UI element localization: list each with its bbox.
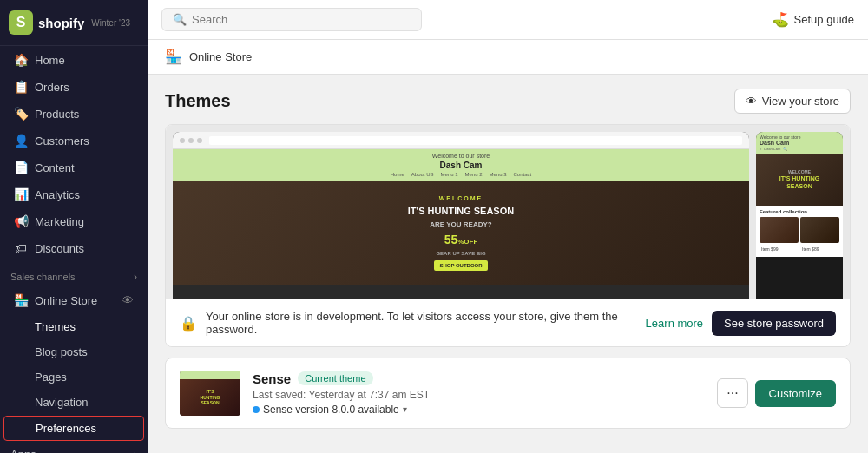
sales-channels-label: Sales channels <box>10 272 76 282</box>
theme-thumbnail: IT'SHUNTINGSEASON <box>180 371 240 416</box>
desktop-site-header: Welcome to our store Dash Cam HomeAbout … <box>173 149 749 181</box>
sidebar-subitem-pages[interactable]: Pages <box>3 365 144 389</box>
theme-more-button[interactable]: ··· <box>717 378 747 408</box>
sidebar-item-discounts[interactable]: 🏷 Discounts <box>3 235 144 261</box>
themes-title: Themes <box>165 91 231 111</box>
theme-name-row: Sense Current theme <box>253 371 705 386</box>
mobile-product-label-2: Item $89 <box>800 245 839 253</box>
sidebar-item-home[interactable]: 🏠 Home <box>3 47 144 73</box>
version-chevron-icon[interactable]: ▾ <box>403 404 407 414</box>
sidebar-item-home-label: Home <box>35 54 65 67</box>
version-dot-icon <box>253 406 260 413</box>
search-bar[interactable]: 🔍 <box>161 8 422 31</box>
sidebar-item-content-label: Content <box>35 161 75 174</box>
sidebar: S shopify Winter '23 🏠 Home 📋 Orders 🏷️ … <box>0 0 148 453</box>
mobile-product-2 <box>800 217 839 243</box>
mobile-site-header: Welcome to our store Dash Cam ≡Dash Cam🔍 <box>756 132 843 154</box>
setup-guide-button[interactable]: ⛳ Setup guide <box>772 11 854 28</box>
eye-store-icon: 👁 <box>746 95 757 108</box>
page-header-bar: 🏪 Online Store <box>148 40 868 75</box>
sidebar-header: S shopify Winter '23 <box>0 0 148 46</box>
current-theme-section: IT'SHUNTINGSEASON Sense Current theme La… <box>148 347 868 439</box>
apps-section[interactable]: Apps › <box>0 442 148 453</box>
customize-button[interactable]: Customize <box>755 380 836 407</box>
hero-text: WELCOME IT'S HUNTING SEASON Are you read… <box>408 194 514 272</box>
mobile-product-label-1: Item $99 <box>760 245 799 253</box>
desktop-preview: Welcome to our store Dash Cam HomeAbout … <box>173 132 749 299</box>
sidebar-subitem-themes[interactable]: Themes <box>3 315 144 338</box>
content-icon: 📄 <box>14 161 28 174</box>
sales-channels-section: Sales channels › <box>0 262 148 286</box>
sidebar-item-content[interactable]: 📄 Content <box>3 154 144 181</box>
browser-url-bar <box>209 136 742 145</box>
main-nav: 🏠 Home 📋 Orders 🏷️ Products 👤 Customers … <box>0 46 148 262</box>
home-icon: 🏠 <box>14 53 28 67</box>
lock-icon: 🔒 <box>180 315 197 332</box>
shopify-logo: S shopify Winter '23 <box>9 10 130 35</box>
search-icon: 🔍 <box>173 13 187 26</box>
eye-icon[interactable]: 👁 <box>122 293 134 307</box>
apps-label: Apps <box>10 448 36 453</box>
mobile-hero-section: WELCOME IT'S HUNTING SEASON <box>756 154 843 206</box>
breadcrumb-text: Online Store <box>189 50 252 63</box>
orders-icon: 📋 <box>14 80 28 94</box>
browser-dot-1 <box>180 138 185 143</box>
mobile-featured-section: Featured collection Item $99 Item $89 <box>756 206 843 257</box>
see-store-password-button[interactable]: See store password <box>712 311 836 336</box>
view-store-button[interactable]: 👁 View your store <box>734 89 851 114</box>
sidebar-subitem-blog-posts[interactable]: Blog posts <box>3 340 144 364</box>
shopify-version-badge: Winter '23 <box>91 18 130 28</box>
sidebar-item-analytics[interactable]: 📊 Analytics <box>3 181 144 207</box>
sidebar-item-orders-label: Orders <box>35 81 69 94</box>
flag-icon: ⛳ <box>772 11 789 28</box>
main-content: 🔍 ⛳ Setup guide 🏪 Online Store Themes 👁 … <box>148 0 868 453</box>
sidebar-item-orders[interactable]: 📋 Orders <box>3 74 144 100</box>
sidebar-item-customers[interactable]: 👤 Customers <box>3 128 144 154</box>
theme-info: Sense Current theme Last saved: Yesterda… <box>253 371 705 416</box>
browser-dot-2 <box>188 138 194 143</box>
mobile-featured-title: Featured collection <box>760 209 839 214</box>
discounts-icon: 🏷 <box>14 241 28 255</box>
sidebar-subitem-preferences[interactable]: Preferences <box>3 416 144 441</box>
theme-name: Sense <box>253 371 291 386</box>
sidebar-item-analytics-label: Analytics <box>35 188 80 201</box>
theme-version-row: Sense version 8.0.0 available ▾ <box>253 404 705 416</box>
view-store-label: View your store <box>762 95 839 108</box>
sidebar-item-products[interactable]: 🏷️ Products <box>3 101 144 127</box>
sidebar-item-customers-label: Customers <box>35 135 89 148</box>
mobile-preview: Welcome to our store Dash Cam ≡Dash Cam🔍… <box>756 132 843 299</box>
customers-icon: 👤 <box>14 134 28 148</box>
products-icon: 🏷️ <box>14 107 28 121</box>
online-store-icon: 🏪 <box>14 293 28 307</box>
sidebar-item-online-store[interactable]: 🏪 Online Store 👁 <box>3 287 144 313</box>
browser-bar <box>173 132 749 149</box>
setup-guide-label: Setup guide <box>794 13 854 26</box>
store-breadcrumb-icon: 🏪 <box>165 49 182 65</box>
content-area: Themes 👁 View your store Welco <box>148 75 868 453</box>
theme-version-text: Sense version 8.0.0 available <box>263 404 399 416</box>
sidebar-subitem-navigation[interactable]: Navigation <box>3 391 144 414</box>
sidebar-item-marketing[interactable]: 📢 Marketing <box>3 208 144 234</box>
theme-screenshots: Welcome to our store Dash Cam HomeAbout … <box>166 125 850 299</box>
learn-more-link[interactable]: Learn more <box>646 317 703 330</box>
sidebar-item-products-label: Products <box>35 108 79 121</box>
warning-banner: 🔒 Your online store is in development. T… <box>166 299 850 346</box>
search-input[interactable] <box>192 13 411 26</box>
theme-actions: ··· Customize <box>717 378 836 408</box>
desktop-hero-section: WELCOME IT'S HUNTING SEASON Are you read… <box>173 181 749 285</box>
sidebar-item-discounts-label: Discounts <box>35 242 84 255</box>
browser-dot-3 <box>197 138 202 143</box>
mobile-product-grid: Item $99 Item $89 <box>760 217 839 253</box>
marketing-icon: 📢 <box>14 214 28 228</box>
analytics-icon: 📊 <box>14 187 28 201</box>
themes-header: Themes 👁 View your store <box>148 75 868 124</box>
shopify-logo-icon: S <box>9 10 33 35</box>
theme-info-card: IT'SHUNTINGSEASON Sense Current theme La… <box>165 358 851 429</box>
theme-last-saved: Last saved: Yesterday at 7:37 am EST <box>253 389 705 401</box>
theme-preview-card: Welcome to our store Dash Cam HomeAbout … <box>165 124 851 347</box>
current-theme-badge: Current theme <box>298 371 372 385</box>
mobile-product-1 <box>760 217 799 243</box>
shopify-logo-text: shopify <box>38 16 84 30</box>
sidebar-item-marketing-label: Marketing <box>35 215 84 228</box>
expand-icon[interactable]: › <box>134 271 137 283</box>
